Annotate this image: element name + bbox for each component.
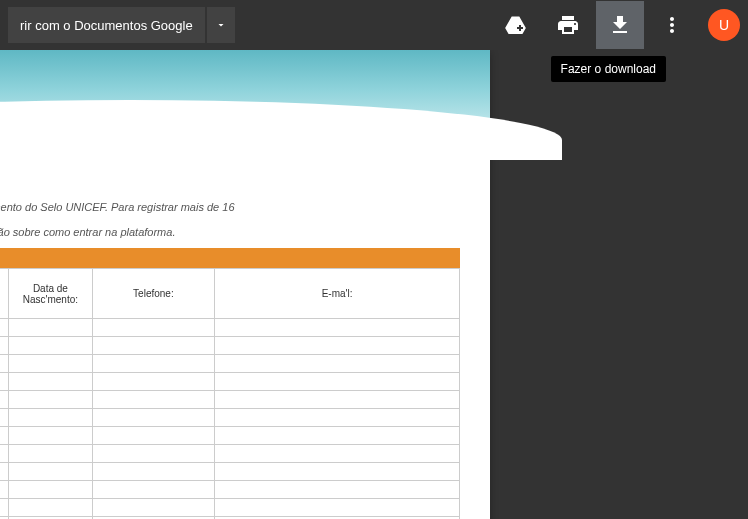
table-body <box>0 319 460 520</box>
document-description-line2: adolescentes e jovens receberá orientaçã… <box>0 224 460 241</box>
toolbar: rir com o Documentos Google U <box>0 0 748 50</box>
table-row <box>0 463 460 481</box>
column-header-telefone: Telefone: <box>92 269 214 319</box>
print-icon <box>556 13 580 37</box>
add-to-drive-button[interactable] <box>492 1 540 49</box>
page-header-wave <box>0 50 490 150</box>
open-with-dropdown-button[interactable] <box>207 7 235 43</box>
column-header-data-nasc: Data de Nasc'mento: <box>9 269 93 319</box>
download-tooltip: Fazer o download <box>551 56 666 82</box>
table-row <box>0 499 460 517</box>
document-viewer[interactable]: resença dolescentes na Plataforma de Mon… <box>0 50 748 519</box>
table-row <box>0 409 460 427</box>
column-header-nome <box>0 269 9 319</box>
chevron-down-icon <box>215 19 227 31</box>
drive-add-icon <box>504 13 528 37</box>
download-icon <box>608 13 632 37</box>
document-content: resença dolescentes na Plataforma de Mon… <box>0 150 490 519</box>
more-actions-button[interactable] <box>648 1 696 49</box>
table-row <box>0 373 460 391</box>
download-button[interactable] <box>596 1 644 49</box>
table-row <box>0 391 460 409</box>
table-row <box>0 427 460 445</box>
more-vert-icon <box>660 13 684 37</box>
table-row <box>0 355 460 373</box>
document-page: resença dolescentes na Plataforma de Mon… <box>0 50 490 519</box>
document-description-line1: dolescentes na Plataforma de Monitoramen… <box>0 199 460 216</box>
table-row <box>0 337 460 355</box>
section-header: DADANIA DOS ADOLESCENTES <box>0 248 460 268</box>
table-row <box>0 481 460 499</box>
column-header-email: E-ma'l: <box>215 269 460 319</box>
user-avatar[interactable]: U <box>708 9 740 41</box>
attendance-table: Data de Nasc'mento: Telefone: E-ma'l: <box>0 268 460 519</box>
toolbar-right: U <box>492 1 740 49</box>
open-with-button[interactable]: rir com o Documentos Google <box>8 7 205 43</box>
table-row <box>0 445 460 463</box>
table-header-row: Data de Nasc'mento: Telefone: E-ma'l: <box>0 269 460 319</box>
toolbar-left: rir com o Documentos Google <box>8 7 235 43</box>
print-button[interactable] <box>544 1 592 49</box>
table-row <box>0 319 460 337</box>
